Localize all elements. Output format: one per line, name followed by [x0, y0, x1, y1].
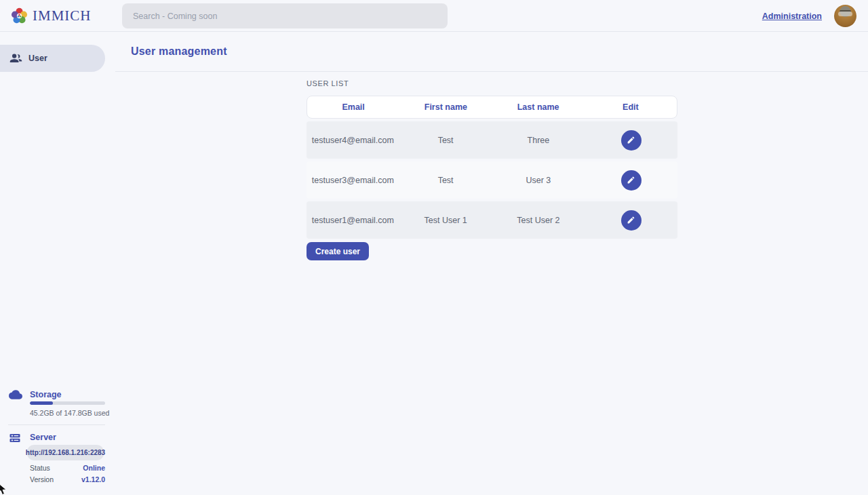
- column-header-edit: Edit: [585, 102, 677, 112]
- user-last-name: User 3: [492, 176, 585, 185]
- server-version-value: v1.12.0: [81, 475, 105, 483]
- user-list-section-label: USER LIST: [307, 79, 349, 87]
- storage-title: Storage: [30, 390, 62, 399]
- user-first-name: Test: [399, 176, 492, 185]
- edit-user-button[interactable]: [621, 130, 642, 151]
- app-name: IMMICH: [33, 7, 92, 24]
- server-title: Server: [30, 433, 56, 442]
- table-header-row: Email First name Last name Edit: [307, 96, 677, 119]
- server-status-label: Status: [30, 464, 50, 472]
- edit-user-button[interactable]: [621, 210, 642, 231]
- storage-progress-bar: [30, 401, 105, 405]
- column-header-email: Email: [307, 102, 399, 112]
- pencil-icon: [627, 136, 635, 144]
- sidebar-divider: [8, 424, 105, 425]
- create-user-button[interactable]: Create user: [307, 242, 369, 260]
- server-icon: [9, 432, 21, 447]
- user-email: testuser3@email.com: [307, 176, 399, 185]
- table-row: testuser1@email.com Test User 1 Test Use…: [307, 201, 677, 239]
- user-first-name: Test User 1: [399, 216, 492, 225]
- table-row: testuser4@email.com Test Three: [307, 121, 677, 159]
- storage-progress-fill: [30, 401, 53, 405]
- page-title-bar: User management: [115, 32, 868, 72]
- user-avatar[interactable]: [834, 5, 856, 27]
- sidebar-item-user[interactable]: User: [0, 45, 105, 72]
- immich-flower-icon: [10, 7, 28, 25]
- search-input[interactable]: [122, 3, 448, 28]
- app-logo[interactable]: IMMICH: [0, 7, 92, 25]
- user-email: testuser4@email.com: [307, 136, 399, 145]
- server-url-badge: http://192.168.1.216:2283: [27, 445, 104, 460]
- user-email: testuser1@email.com: [307, 216, 399, 225]
- page-title: User management: [131, 45, 227, 58]
- cloud-icon: [9, 388, 22, 404]
- storage-usage-text: 45.2GB of 147.8GB used: [30, 409, 109, 417]
- users-icon: [9, 52, 22, 65]
- sidebar-item-label: User: [28, 54, 47, 63]
- column-header-first-name: First name: [399, 102, 492, 112]
- user-last-name: Test User 2: [492, 216, 585, 225]
- user-last-name: Three: [492, 136, 585, 145]
- column-header-last-name: Last name: [492, 102, 585, 112]
- edit-user-button[interactable]: [621, 170, 642, 191]
- pencil-icon: [627, 216, 635, 224]
- table-row: testuser3@email.com Test User 3: [307, 161, 677, 199]
- top-nav-bar: IMMICH Administration: [0, 0, 868, 32]
- pencil-icon: [627, 176, 635, 184]
- server-status-value: Online: [83, 464, 105, 472]
- server-version-label: Version: [30, 475, 54, 483]
- mouse-cursor: [0, 482, 9, 495]
- administration-link[interactable]: Administration: [762, 12, 822, 21]
- user-first-name: Test: [399, 136, 492, 145]
- user-table: Email First name Last name Edit testuser…: [307, 96, 677, 239]
